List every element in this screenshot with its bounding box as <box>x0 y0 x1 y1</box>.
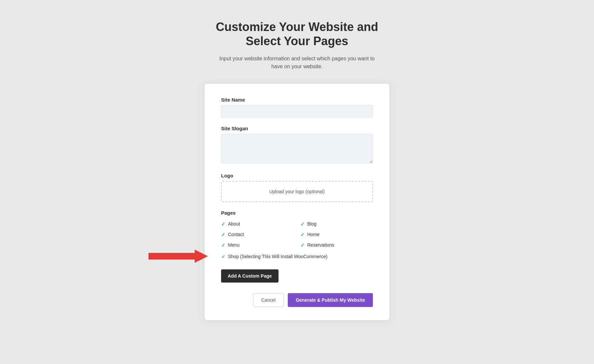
red-arrow-icon <box>148 248 208 264</box>
cancel-button[interactable]: Cancel <box>253 293 284 307</box>
page-item-contact[interactable]: ✓ Contact <box>221 231 294 238</box>
check-icon-blog: ✓ <box>300 221 305 227</box>
page-item-home[interactable]: ✓ Home <box>300 231 373 238</box>
site-slogan-input[interactable] <box>221 134 373 164</box>
page-subtitle: Input your website information and selec… <box>218 55 376 71</box>
svg-marker-0 <box>148 250 208 263</box>
site-name-label: Site Name <box>221 97 373 103</box>
form-card: Site Name Site Slogan Logo Upload your l… <box>205 84 389 320</box>
page-item-reservations[interactable]: ✓ Reservations <box>300 242 373 249</box>
check-icon-menu: ✓ <box>221 242 225 248</box>
add-custom-page-button[interactable]: Add A Custom Page <box>221 269 279 283</box>
logo-group: Logo Upload your logo (optional) <box>221 173 373 202</box>
page-name-menu: Menu <box>228 242 240 249</box>
page-name-blog: Blog <box>307 221 316 228</box>
logo-upload-text: Upload your logo (optional) <box>269 189 325 194</box>
check-icon-reservations: ✓ <box>300 242 305 248</box>
page-header: Customize Your Website and Select Your P… <box>216 20 378 71</box>
site-name-input[interactable] <box>221 105 373 118</box>
page-name-home: Home <box>307 231 319 238</box>
site-slogan-group: Site Slogan <box>221 126 373 165</box>
check-icon-home: ✓ <box>300 232 305 238</box>
check-icon-contact: ✓ <box>221 232 225 238</box>
shop-row-wrapper: ✓ Shop (Selecting This Will Install WooC… <box>221 252 373 260</box>
page-item-blog[interactable]: ✓ Blog <box>300 221 373 228</box>
page-name-contact: Contact <box>228 231 244 238</box>
page-title: Customize Your Website and Select Your P… <box>216 20 378 48</box>
check-icon-shop: ✓ <box>221 254 225 260</box>
check-icon-about: ✓ <box>221 221 225 227</box>
logo-upload-area[interactable]: Upload your logo (optional) <box>221 181 373 202</box>
generate-publish-button[interactable]: Generate & Publish My Website <box>288 293 373 307</box>
page-item-menu[interactable]: ✓ Menu <box>221 242 294 249</box>
page-name-shop: Shop (Selecting This Will Install WooCom… <box>228 254 327 260</box>
site-slogan-label: Site Slogan <box>221 126 373 131</box>
page-name-about: About <box>228 221 240 228</box>
page-item-about[interactable]: ✓ About <box>221 221 294 228</box>
logo-label: Logo <box>221 173 373 178</box>
pages-grid: ✓ About ✓ Blog ✓ Contact ✓ Home ✓ Menu ✓ <box>221 221 373 248</box>
site-name-group: Site Name <box>221 97 373 118</box>
page-item-shop[interactable]: ✓ Shop (Selecting This Will Install WooC… <box>221 254 327 260</box>
page-name-reservations: Reservations <box>307 242 334 249</box>
pages-section: Pages ✓ About ✓ Blog ✓ Contact ✓ Home ✓ … <box>221 210 373 260</box>
pages-label: Pages <box>221 210 373 216</box>
form-actions: Cancel Generate & Publish My Website <box>221 293 373 307</box>
